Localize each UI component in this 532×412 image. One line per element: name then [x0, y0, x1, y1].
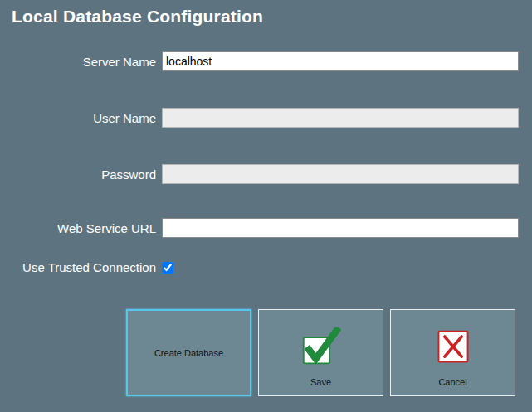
page-title: Local Database Configuration	[12, 7, 263, 27]
server-name-input[interactable]	[162, 51, 519, 71]
cancel-button-label: Cancel	[438, 377, 466, 387]
user-name-label: User Name	[0, 111, 162, 125]
password-label: Password	[0, 167, 162, 182]
create-database-button-label: Create Database	[154, 348, 223, 358]
server-name-label: Server Name	[0, 55, 162, 69]
web-service-url-row: Web Service URL	[0, 218, 532, 238]
server-name-row: Server Name	[0, 51, 532, 71]
trusted-connection-label: Use Trusted Connection	[0, 260, 162, 274]
button-bar: Create Database Save Cancel	[126, 309, 515, 396]
x-icon	[433, 327, 473, 377]
trusted-connection-row: Use Trusted Connection	[0, 260, 532, 274]
password-row: Password	[0, 164, 532, 184]
web-service-url-label: Web Service URL	[0, 221, 162, 235]
save-button[interactable]: Save	[258, 309, 383, 396]
password-input	[162, 164, 519, 184]
local-database-configuration-page: Local Database Configuration Server Name…	[0, 0, 532, 412]
save-button-label: Save	[310, 377, 331, 387]
create-database-button[interactable]: Create Database	[126, 309, 251, 396]
user-name-row: User Name	[0, 108, 532, 128]
cancel-button[interactable]: Cancel	[390, 309, 515, 396]
web-service-url-input[interactable]	[162, 218, 519, 238]
check-icon	[301, 327, 341, 377]
trusted-connection-checkbox[interactable]	[162, 262, 173, 274]
user-name-input	[162, 108, 519, 128]
